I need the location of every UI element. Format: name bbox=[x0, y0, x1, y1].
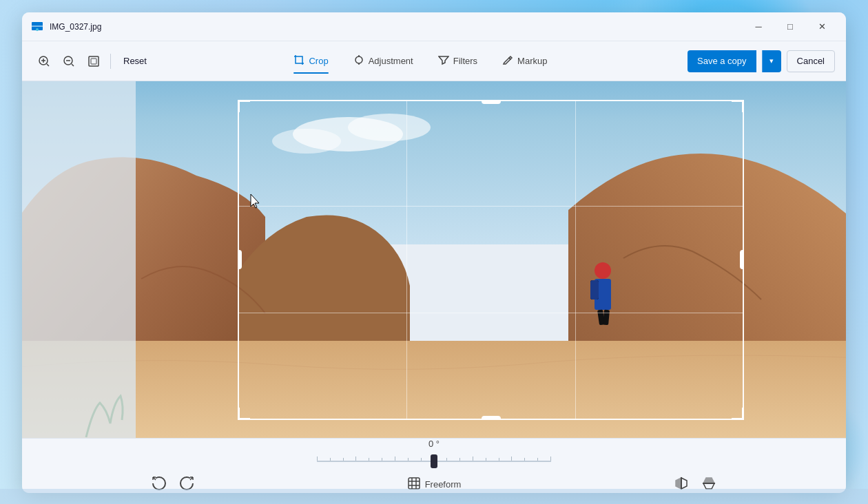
save-copy-button[interactable]: Save a copy bbox=[688, 50, 756, 72]
crop-handle-tl[interactable] bbox=[238, 100, 250, 112]
crop-handle-br[interactable] bbox=[732, 408, 744, 420]
grid-line-h2 bbox=[238, 313, 744, 313]
crop-handle-bottom[interactable] bbox=[482, 416, 501, 420]
freeform-label: Freeform bbox=[425, 479, 462, 490]
toolbar-right: Save a copy ▾ Cancel bbox=[688, 50, 835, 72]
window-controls: ─ □ ✕ bbox=[743, 16, 838, 38]
tab-filters[interactable]: Filters bbox=[428, 50, 487, 72]
maximize-button[interactable]: □ bbox=[774, 16, 806, 38]
filters-tab-label: Filters bbox=[453, 56, 477, 66]
bottom-controls: 0 ° bbox=[22, 438, 846, 493]
rotation-slider[interactable] bbox=[317, 453, 551, 470]
svg-line-3 bbox=[47, 64, 49, 66]
adjustment-tab-icon bbox=[353, 54, 364, 67]
toolbar: Reset Crop bbox=[22, 41, 846, 81]
svg-point-11 bbox=[355, 56, 362, 63]
minimize-button[interactable]: ─ bbox=[743, 16, 774, 38]
toolbar-left: Reset bbox=[33, 50, 154, 72]
main-content bbox=[22, 81, 846, 438]
zoom-in-button[interactable] bbox=[33, 50, 55, 72]
tab-crop[interactable]: Crop bbox=[284, 50, 338, 72]
markup-tab-label: Markup bbox=[517, 56, 547, 66]
fit-window-button[interactable] bbox=[83, 50, 105, 72]
close-button[interactable]: ✕ bbox=[806, 16, 838, 38]
rotation-thumb[interactable] bbox=[431, 454, 437, 468]
markup-tab-icon bbox=[502, 54, 513, 67]
crop-handle-right[interactable] bbox=[740, 250, 744, 269]
nav-tabs: Crop Adjustment Filters bbox=[156, 50, 685, 72]
save-dropdown-button[interactable]: ▾ bbox=[762, 50, 781, 72]
cancel-button[interactable]: Cancel bbox=[787, 50, 835, 72]
window-title: IMG_0327.jpg bbox=[50, 22, 101, 32]
crop-border bbox=[238, 100, 744, 420]
image-wrapper bbox=[124, 100, 744, 420]
crop-handle-left[interactable] bbox=[238, 250, 242, 269]
crop-handle-bl[interactable] bbox=[238, 408, 250, 420]
svg-rect-25 bbox=[409, 478, 420, 489]
grid-line-v2 bbox=[575, 100, 576, 420]
adjustment-tab-label: Adjustment bbox=[369, 56, 413, 66]
app-window: IMG_0327.jpg ─ □ ✕ bbox=[22, 12, 846, 493]
crop-tab-icon bbox=[293, 54, 304, 67]
crop-dim-left bbox=[22, 81, 136, 438]
grid-line-h1 bbox=[238, 206, 744, 207]
filters-tab-icon bbox=[438, 54, 449, 67]
crop-tab-label: Crop bbox=[309, 56, 328, 66]
taskbar bbox=[0, 489, 868, 504]
svg-point-1 bbox=[36, 28, 39, 31]
crop-handle-tr[interactable] bbox=[732, 100, 744, 112]
title-bar: IMG_0327.jpg ─ □ ✕ bbox=[22, 12, 846, 41]
svg-rect-9 bbox=[89, 56, 99, 66]
app-icon bbox=[30, 20, 44, 34]
svg-line-7 bbox=[72, 64, 74, 66]
rotation-angle: 0 ° bbox=[428, 439, 440, 449]
crop-handle-top[interactable] bbox=[482, 100, 501, 104]
reset-button[interactable]: Reset bbox=[116, 53, 154, 69]
grid-line-v1 bbox=[406, 100, 407, 420]
crop-area bbox=[238, 100, 744, 420]
tab-adjustment[interactable]: Adjustment bbox=[344, 50, 423, 72]
tab-markup[interactable]: Markup bbox=[493, 50, 557, 72]
toolbar-divider bbox=[110, 54, 111, 69]
zoom-out-button[interactable] bbox=[58, 50, 80, 72]
svg-rect-10 bbox=[91, 59, 96, 64]
